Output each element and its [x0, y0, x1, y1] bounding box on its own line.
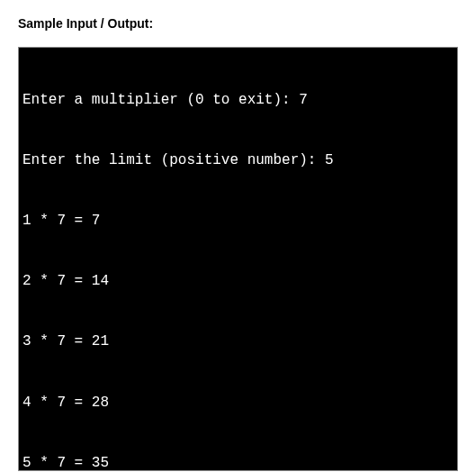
terminal-line: Enter the limit (positive number): 5: [22, 150, 454, 170]
terminal-line: 4 * 7 = 28: [22, 393, 454, 413]
terminal-line: 5 * 7 = 35: [22, 453, 454, 471]
terminal-line: 2 * 7 = 14: [22, 271, 454, 291]
terminal-line: Enter a multiplier (0 to exit): 7: [22, 90, 454, 110]
terminal-line: 1 * 7 = 7: [22, 211, 454, 231]
terminal-output: Enter a multiplier (0 to exit): 7 Enter …: [18, 47, 458, 471]
document-container: Sample Input / Output: Enter a multiplie…: [0, 0, 476, 472]
section-heading: Sample Input / Output:: [18, 16, 458, 31]
terminal-line: 3 * 7 = 21: [22, 331, 454, 351]
